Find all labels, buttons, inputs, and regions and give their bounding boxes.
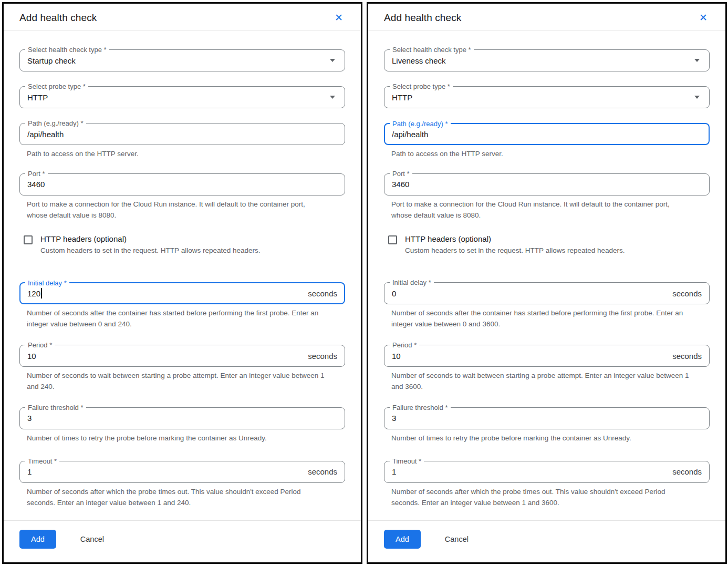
dropdown-arrow-icon bbox=[694, 59, 700, 62]
dropdown-arrow-icon bbox=[330, 59, 335, 62]
text-cursor bbox=[41, 288, 42, 299]
path-value: /api/health bbox=[392, 130, 702, 139]
initial-delay-value-text: 120 bbox=[27, 289, 40, 298]
initial-delay-input[interactable]: Initial delay * 120 seconds bbox=[19, 282, 345, 304]
dialog-footer: Add Cancel bbox=[4, 521, 361, 549]
http-headers-helper-text: Custom headers to set in the request. HT… bbox=[405, 245, 625, 256]
failure-threshold-input[interactable]: Failure threshold * 3 bbox=[384, 407, 710, 429]
failure-threshold-value: 3 bbox=[27, 414, 337, 423]
port-helper-text: Port to make a connection for the Cloud … bbox=[27, 199, 325, 221]
health-check-form: Select health check type * Startup check… bbox=[4, 30, 361, 509]
failure-threshold-label: Failure threshold * bbox=[390, 403, 451, 412]
health-check-type-value: Liveness check bbox=[392, 56, 688, 65]
http-headers-text: HTTP headers (optional) Custom headers t… bbox=[40, 234, 260, 256]
http-headers-label[interactable]: HTTP headers (optional) bbox=[40, 234, 260, 244]
health-check-form: Select health check type * Liveness chec… bbox=[368, 30, 725, 509]
dialog-header: Add health check ✕ bbox=[368, 4, 725, 30]
add-health-check-dialog-liveness: Add health check ✕ Select health check t… bbox=[367, 2, 727, 564]
health-check-type-label: Select health check type * bbox=[25, 45, 109, 54]
probe-type-label: Select probe type * bbox=[390, 82, 453, 91]
initial-delay-value: 0 bbox=[392, 289, 666, 298]
failure-threshold-group: Failure threshold * 3 Number of times to… bbox=[19, 407, 345, 444]
period-value: 10 bbox=[392, 352, 666, 361]
period-group: Period * 10 seconds Number of seconds to… bbox=[19, 345, 345, 393]
path-group: Path (e.g./ready) * /api/health Path to … bbox=[384, 123, 710, 160]
health-check-type-select[interactable]: Select health check type * Liveness chec… bbox=[384, 49, 710, 71]
path-group: Path (e.g./ready) * /api/health Path to … bbox=[19, 123, 345, 160]
failure-threshold-label: Failure threshold * bbox=[25, 403, 86, 412]
failure-threshold-helper-text: Number of times to retry the probe befor… bbox=[27, 433, 325, 444]
http-headers-checkbox[interactable] bbox=[388, 235, 397, 244]
health-check-type-label: Select health check type * bbox=[390, 45, 474, 54]
initial-delay-value-text: 0 bbox=[392, 289, 396, 298]
seconds-suffix: seconds bbox=[672, 289, 702, 298]
timeout-helper-text: Number of seconds after which the probe … bbox=[27, 487, 325, 509]
timeout-helper-text: Number of seconds after which the probe … bbox=[391, 487, 690, 509]
health-check-type-select[interactable]: Select health check type * Startup check bbox=[19, 49, 345, 71]
dialog-title: Add health check bbox=[384, 12, 461, 24]
path-value-text: /api/health bbox=[392, 130, 428, 139]
period-label: Period * bbox=[390, 341, 419, 349]
port-label: Port * bbox=[25, 169, 48, 178]
initial-delay-helper-text: Number of seconds after the container ha… bbox=[391, 308, 690, 330]
seconds-suffix: seconds bbox=[672, 352, 702, 361]
failure-threshold-helper-text: Number of times to retry the probe befor… bbox=[391, 433, 690, 444]
period-value: 10 bbox=[27, 352, 301, 361]
add-health-check-dialog-startup: Add health check ✕ Select health check t… bbox=[2, 2, 362, 564]
probe-type-label: Select probe type * bbox=[25, 82, 88, 91]
timeout-input[interactable]: Timeout * 1 seconds bbox=[19, 461, 345, 483]
http-headers-group: HTTP headers (optional) Custom headers t… bbox=[388, 234, 710, 256]
path-input[interactable]: Path (e.g./ready) * /api/health bbox=[384, 123, 710, 145]
http-headers-group: HTTP headers (optional) Custom headers t… bbox=[24, 234, 345, 256]
failure-threshold-input[interactable]: Failure threshold * 3 bbox=[19, 407, 345, 429]
probe-type-select[interactable]: Select probe type * HTTP bbox=[19, 86, 345, 108]
path-input[interactable]: Path (e.g./ready) * /api/health bbox=[19, 123, 345, 145]
cancel-button[interactable]: Cancel bbox=[78, 530, 106, 549]
dropdown-arrow-icon bbox=[330, 96, 335, 99]
timeout-group: Timeout * 1 seconds Number of seconds af… bbox=[384, 461, 710, 509]
timeout-value: 1 bbox=[392, 467, 666, 476]
initial-delay-label: Initial delay * bbox=[25, 279, 69, 287]
initial-delay-input[interactable]: Initial delay * 0 seconds bbox=[384, 282, 710, 304]
period-input[interactable]: Period * 10 seconds bbox=[384, 345, 710, 367]
path-label: Path (e.g./ready) * bbox=[25, 119, 86, 128]
close-icon[interactable]: ✕ bbox=[332, 12, 345, 24]
dialog-header: Add health check ✕ bbox=[4, 4, 361, 30]
timeout-value: 1 bbox=[27, 467, 301, 476]
timeout-label: Timeout * bbox=[25, 457, 59, 466]
path-helper-text: Path to access on the HTTP server. bbox=[391, 149, 690, 160]
initial-delay-value: 120 bbox=[27, 288, 301, 299]
port-group: Port * 3460 Port to make a connection fo… bbox=[384, 173, 710, 221]
seconds-suffix: seconds bbox=[308, 352, 337, 361]
port-input[interactable]: Port * 3460 bbox=[19, 173, 345, 195]
path-helper-text: Path to access on the HTTP server. bbox=[27, 149, 325, 160]
port-group: Port * 3460 Port to make a connection fo… bbox=[19, 173, 345, 221]
timeout-input[interactable]: Timeout * 1 seconds bbox=[384, 461, 710, 483]
seconds-suffix: seconds bbox=[308, 289, 337, 298]
path-value-text: /api/health bbox=[27, 130, 64, 139]
port-value: 3460 bbox=[27, 180, 337, 189]
probe-type-value: HTTP bbox=[392, 93, 688, 102]
dropdown-arrow-icon bbox=[694, 96, 700, 99]
health-check-type-group: Select health check type * Startup check bbox=[19, 49, 345, 71]
initial-delay-group: Initial delay * 0 seconds Number of seco… bbox=[384, 282, 710, 330]
probe-type-select[interactable]: Select probe type * HTTP bbox=[384, 86, 710, 108]
port-label: Port * bbox=[390, 169, 412, 178]
add-button[interactable]: Add bbox=[384, 530, 421, 549]
failure-threshold-group: Failure threshold * 3 Number of times to… bbox=[384, 407, 710, 444]
http-headers-checkbox[interactable] bbox=[24, 235, 33, 244]
period-input[interactable]: Period * 10 seconds bbox=[19, 345, 345, 367]
dialog-footer: Add Cancel bbox=[368, 521, 725, 549]
seconds-suffix: seconds bbox=[672, 467, 702, 476]
add-button[interactable]: Add bbox=[19, 530, 56, 549]
path-value: /api/health bbox=[27, 130, 337, 139]
period-group: Period * 10 seconds Number of seconds to… bbox=[384, 345, 710, 393]
close-icon[interactable]: ✕ bbox=[697, 12, 710, 24]
port-helper-text: Port to make a connection for the Cloud … bbox=[391, 199, 690, 221]
probe-type-group: Select probe type * HTTP bbox=[19, 86, 345, 108]
period-label: Period * bbox=[25, 341, 55, 349]
cancel-button[interactable]: Cancel bbox=[443, 530, 471, 549]
port-input[interactable]: Port * 3460 bbox=[384, 173, 710, 195]
http-headers-label[interactable]: HTTP headers (optional) bbox=[405, 234, 625, 244]
health-check-type-value: Startup check bbox=[27, 56, 324, 65]
